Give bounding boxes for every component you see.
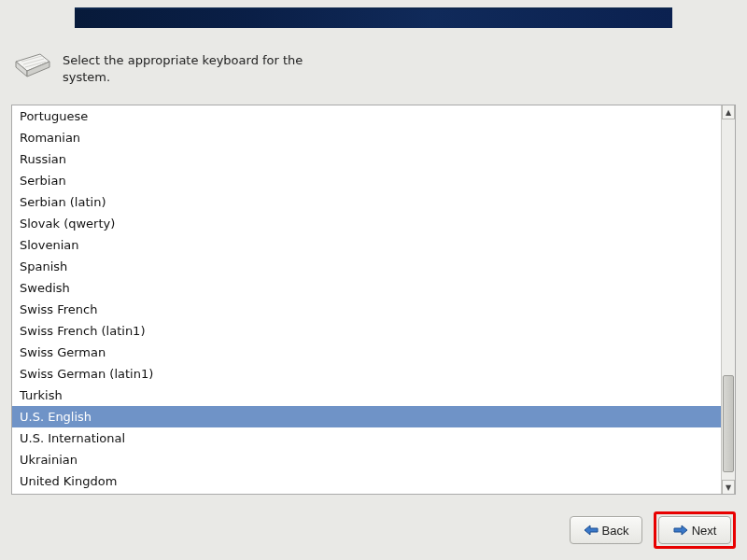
- banner-header: [75, 7, 672, 28]
- list-item[interactable]: Swiss French (latin1): [12, 320, 721, 342]
- list-item[interactable]: Romanian: [12, 127, 721, 148]
- list-item[interactable]: Swiss German (latin1): [12, 363, 721, 385]
- list-item[interactable]: U.S. English: [12, 406, 721, 427]
- list-item[interactable]: Russian: [12, 148, 721, 170]
- list-item[interactable]: Serbian (latin): [12, 191, 721, 213]
- next-button-label: Next: [692, 524, 717, 538]
- list-item[interactable]: Swiss French: [12, 299, 721, 320]
- back-button[interactable]: Back: [570, 516, 642, 544]
- scrollbar-track[interactable]: [722, 119, 735, 480]
- keyboard-icon: [14, 52, 51, 78]
- scrollbar-thumb[interactable]: [723, 375, 734, 472]
- list-item[interactable]: Slovak (qwerty): [12, 213, 721, 234]
- list-item[interactable]: United Kingdom: [12, 470, 721, 492]
- keyboard-list-viewport[interactable]: PortugueseRomanianRussianSerbianSerbian …: [12, 105, 721, 494]
- list-item[interactable]: Swiss German: [12, 342, 721, 363]
- instruction-text: Select the appropriate keyboard for the …: [63, 52, 305, 85]
- list-item[interactable]: U.S. International: [12, 427, 721, 449]
- list-item[interactable]: Portuguese: [12, 105, 721, 127]
- scroll-down-button[interactable]: ▼: [722, 480, 735, 494]
- arrow-right-icon: [673, 524, 688, 537]
- keyboard-list[interactable]: PortugueseRomanianRussianSerbianSerbian …: [11, 105, 736, 495]
- list-item[interactable]: Slovenian: [12, 234, 721, 256]
- back-button-label: Back: [602, 524, 629, 538]
- instruction-row: Select the appropriate keyboard for the …: [14, 52, 305, 85]
- svg-marker-6: [585, 525, 598, 535]
- list-item[interactable]: Turkish: [12, 385, 721, 406]
- list-item[interactable]: Swedish: [12, 277, 721, 299]
- arrow-left-icon: [584, 524, 599, 537]
- vertical-scrollbar[interactable]: ▲ ▼: [721, 105, 735, 494]
- scroll-up-button[interactable]: ▲: [722, 105, 735, 119]
- next-button-highlight: Next: [654, 511, 736, 549]
- next-button[interactable]: Next: [658, 516, 731, 544]
- svg-marker-7: [674, 525, 687, 535]
- list-item[interactable]: Serbian: [12, 170, 721, 191]
- wizard-buttons: Back Next: [570, 511, 736, 549]
- list-item[interactable]: Ukrainian: [12, 449, 721, 470]
- list-item[interactable]: Spanish: [12, 256, 721, 277]
